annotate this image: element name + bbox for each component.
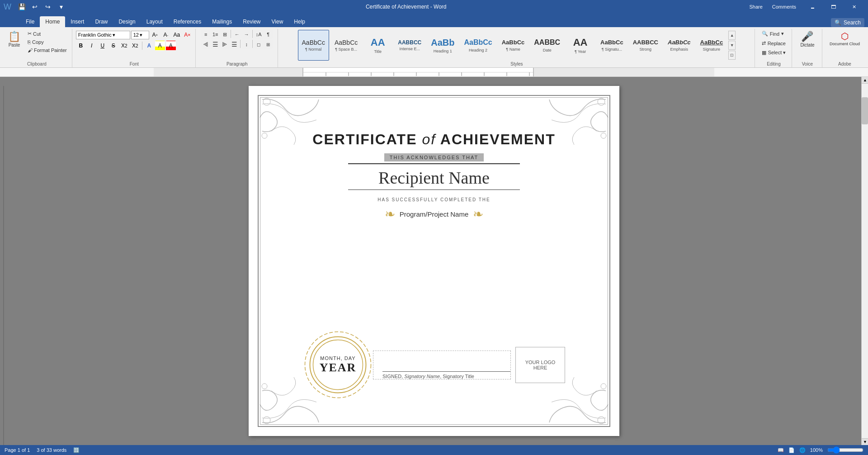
doc-cloud-button[interactable]: ⬡ Document Cloud <box>826 30 863 48</box>
tab-draw[interactable]: Draw <box>90 16 113 27</box>
italic-button[interactable]: I <box>87 41 97 51</box>
scroll-thumb[interactable] <box>862 97 868 124</box>
comments-button[interactable]: Comments <box>769 3 800 10</box>
clear-format-button[interactable]: A✕ <box>183 30 193 40</box>
style-emphasis[interactable]: AaBbCc Emphasis <box>664 30 695 61</box>
cert-completed[interactable]: HAS SUCCESSFULLY COMPLETED THE <box>377 197 491 202</box>
view-print-icon[interactable]: 📄 <box>788 447 795 453</box>
style-heading2[interactable]: AaBbCc Heading 2 <box>460 30 496 61</box>
share-button[interactable]: Share <box>745 3 766 10</box>
align-left-button[interactable]: ⫷ <box>201 40 210 49</box>
align-right-button[interactable]: ⫸ <box>220 40 229 49</box>
format-painter-button[interactable]: 🖌 Format Painter <box>25 47 69 54</box>
copy-button[interactable]: ⎘ Copy <box>25 38 69 46</box>
change-case-button[interactable]: Aa <box>172 30 182 40</box>
tab-design[interactable]: Design <box>113 16 141 27</box>
tab-mailings[interactable]: Mailings <box>207 16 237 27</box>
vertical-scrollbar[interactable]: ▲ ▼ <box>861 77 868 445</box>
superscript-button[interactable]: X2 <box>130 41 140 51</box>
style-signature[interactable]: AaBbCc ¶ Signatu... <box>596 30 627 61</box>
style-title[interactable]: AA Title <box>363 30 392 61</box>
undo-button[interactable]: ↩ <box>29 1 40 12</box>
cut-button[interactable]: ✂ Cut <box>25 30 69 38</box>
style-date[interactable]: AABBC Date <box>530 30 564 61</box>
numbering-button[interactable]: 1≡ <box>211 30 220 39</box>
copy-icon: ⎘ <box>28 39 31 45</box>
cert-acknowledges[interactable]: THIS ACKNOWLEDGES THAT <box>384 153 484 161</box>
sort-button[interactable]: ↕A <box>254 30 263 39</box>
style-year[interactable]: AA ¶ Year <box>566 30 595 61</box>
document-area[interactable]: CERTIFICATE of ACHIEVEMENT THIS ACKNOWLE… <box>7 77 861 445</box>
cert-program[interactable]: Program/Project Name <box>400 210 469 218</box>
font-size-selector[interactable]: 12 ▾ <box>131 31 149 39</box>
minimize-button[interactable]: 🗕 <box>802 0 823 14</box>
style-heading1[interactable]: AaBb Heading 1 <box>427 30 458 61</box>
grow-font-button[interactable]: A+ <box>150 30 160 40</box>
underline-button[interactable]: U <box>98 41 108 51</box>
find-button[interactable]: 🔍 Find ▾ <box>759 30 787 38</box>
cert-recipient[interactable]: Recipient Name <box>378 168 490 188</box>
close-button[interactable]: ✕ <box>844 0 864 14</box>
replace-button[interactable]: ⇄ Replace <box>759 39 788 47</box>
tab-file[interactable]: File <box>20 16 40 27</box>
justify-button[interactable]: ☰ <box>230 40 239 49</box>
borders-button[interactable]: ⊞ <box>264 40 273 49</box>
multilevel-button[interactable]: ⊞ <box>220 30 229 39</box>
increase-indent-button[interactable]: → <box>242 30 251 39</box>
paste-button[interactable]: 📋 Paste <box>5 30 24 49</box>
style-strong[interactable]: AABBCC Strong <box>629 30 662 61</box>
view-read-icon[interactable]: 📖 <box>778 447 784 453</box>
cert-signed-text[interactable]: SIGNED, Signatory Name, Signatory Title <box>382 374 510 379</box>
style-normal[interactable]: AaBbCc ¶ Normal <box>298 30 329 61</box>
styles-scroll-down[interactable]: ▼ <box>728 41 736 50</box>
decrease-indent-button[interactable]: ← <box>232 30 241 39</box>
select-button[interactable]: ▦ Select ▾ <box>759 49 789 57</box>
cert-title-of: of <box>422 131 436 147</box>
view-web-icon[interactable]: 🌐 <box>799 447 806 453</box>
tab-help[interactable]: Help <box>288 16 311 27</box>
scroll-up-button[interactable]: ▲ <box>862 77 868 84</box>
tab-home[interactable]: Home <box>40 16 65 27</box>
tab-references[interactable]: References <box>168 16 207 27</box>
style-name[interactable]: AaBbCc ¶ Name <box>498 30 529 61</box>
maximize-button[interactable]: 🗖 <box>823 0 844 14</box>
certificate-title[interactable]: CERTIFICATE of ACHIEVEMENT <box>312 131 555 148</box>
save-button[interactable]: 💾 <box>16 1 27 12</box>
shrink-font-button[interactable]: A- <box>161 30 171 40</box>
bullets-button[interactable]: ≡ <box>201 30 210 39</box>
show-marks-button[interactable]: ¶ <box>264 30 273 39</box>
highlight-color-button[interactable]: A <box>155 41 165 51</box>
zoom-slider[interactable] <box>827 446 863 454</box>
ruler-margin-left <box>154 68 303 76</box>
font-color-button[interactable]: A <box>166 41 176 51</box>
line-spacing-button[interactable]: ↕ <box>242 40 251 49</box>
tab-review[interactable]: Review <box>237 16 266 27</box>
ribbon: 📋 Paste ✂ Cut ⎘ Copy 🖌 Format Painter Cl… <box>0 27 868 68</box>
bold-button[interactable]: B <box>76 41 86 51</box>
cert-program-row: ❧ Program/Project Name ❧ <box>385 207 484 222</box>
strikethrough-button[interactable]: S <box>108 41 118 51</box>
style-intense-emphasis[interactable]: AABBCC Intense E... <box>394 30 425 61</box>
align-center-button[interactable]: ☰ <box>211 40 220 49</box>
cert-logo-box[interactable]: YOUR LOGO HERE <box>515 347 565 383</box>
subscript-button[interactable]: X2 <box>119 41 129 51</box>
styles-scroll-up[interactable]: ▲ <box>728 31 736 40</box>
cert-right-section: SIGNED, Signatory Name, Signatory Title <box>373 351 511 379</box>
para-row1: ≡ 1≡ ⊞ ← → ↕A ¶ <box>201 30 273 39</box>
text-effects-button[interactable]: A <box>144 41 154 51</box>
style-space-before[interactable]: AaBbCc ¶ Space B... <box>330 30 362 61</box>
tab-view[interactable]: View <box>266 16 289 27</box>
tab-layout[interactable]: Layout <box>141 16 168 27</box>
dictate-button[interactable]: 🎤 Dictate <box>797 30 818 49</box>
redo-button[interactable]: ↪ <box>42 1 53 12</box>
scroll-down-button[interactable]: ▼ <box>862 438 868 445</box>
tab-insert[interactable]: Insert <box>65 16 90 27</box>
styles-area: AaBbCc ¶ Normal AaBbCc ¶ Space B... AA T… <box>298 30 727 61</box>
paragraph-group: ≡ 1≡ ⊞ ← → ↕A ¶ ⫷ ☰ ⫸ ☰ ↕ ◻ ⊞ <box>197 29 278 67</box>
quick-access-dropdown[interactable]: ▾ <box>56 1 66 12</box>
shading-button[interactable]: ◻ <box>254 40 263 49</box>
styles-expand[interactable]: ⊡ <box>728 51 736 60</box>
word-count: 3 of 33 words <box>37 447 66 453</box>
style-signature2[interactable]: AaBbCc Signature <box>696 30 727 61</box>
font-name-selector[interactable]: Franklin Gothic ▾ <box>76 31 130 39</box>
